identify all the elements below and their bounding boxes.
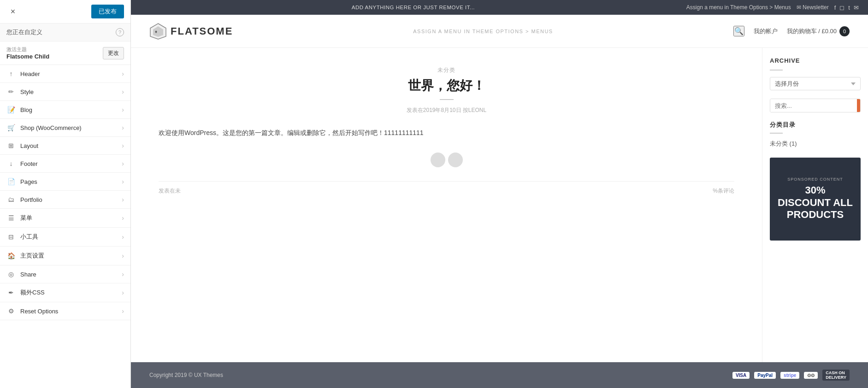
sidebar-item-homepage[interactable]: 🏠 主页设置 › [0, 247, 130, 265]
sidebar-item-extra-css[interactable]: ✒ 额外CSS › [0, 283, 130, 302]
cash-on-delivery-icon: CASH ONDELIVERY [822, 370, 850, 381]
ad-title: 30% DISCOUNT ALL PRODUCTS [777, 184, 853, 221]
customizer-sidebar: × 已发布 您正在自定义 ? 激活主题 Flatsome Child 更改 ↑ … [0, 0, 131, 388]
post-in-label: 发表在未 [159, 187, 181, 195]
sidebar-item-label-footer: Footer [20, 160, 122, 167]
chevron-icon-extra-css: › [122, 289, 124, 296]
help-icon[interactable]: ? [116, 28, 124, 36]
theme-section: 激活主题 Flatsome Child 更改 [0, 41, 130, 65]
update-theme-button[interactable]: 更改 [103, 47, 124, 59]
chevron-icon-share: › [122, 270, 124, 278]
account-link[interactable]: 我的帐户 [754, 27, 778, 35]
blog-icon: 📝 [6, 106, 16, 113]
chevron-icon-menus: › [122, 214, 124, 222]
site-header: ♦ FLATSOME ASSIGN A MENU IN THEME OPTION… [131, 15, 868, 48]
cart-label: 我的购物车 / £0.00 [787, 27, 837, 35]
sidebar-item-blog[interactable]: 📝 Blog › [0, 101, 130, 119]
post-comments[interactable]: %条评论 [713, 187, 734, 195]
footer-payment-icons: VISA PayPal stripe ⊙⊙ CASH ONDELIVERY [732, 370, 850, 381]
email-icon[interactable]: ✉ [854, 4, 859, 11]
chevron-icon-blog: › [122, 106, 124, 113]
post-content: 欢迎使用WordPress。这是您的第一篇文章。编辑或删除它，然后开始写作吧！1… [159, 127, 734, 139]
search-button[interactable]: 🔍 [733, 26, 744, 36]
stripe-icon: stripe [780, 372, 799, 379]
widgets-icon: ⊟ [6, 233, 16, 241]
close-button[interactable]: × [6, 5, 19, 18]
facebook-icon[interactable]: f [834, 4, 836, 11]
footer-icon: ↓ [6, 160, 16, 167]
sidebar-item-label-blog: Blog [20, 106, 122, 113]
logo-icon: ♦ [149, 23, 167, 40]
right-sidebar: ARCHIVE 选择月份 🔍 分类目录 未分类 (1) SPONSORED CO… [762, 48, 868, 362]
pages-icon: 📄 [6, 178, 16, 185]
sidebar-menu: ↑ Header › ✏ Style › 📝 Blog › 🛒 Shop (Wo… [0, 65, 130, 388]
style-icon: ✏ [6, 88, 16, 95]
theme-name: Flatsome Child [6, 53, 49, 60]
portfolio-icon: 🗂 [6, 196, 16, 203]
sidebar-item-label-shop: Shop (WooCommerce) [20, 124, 122, 131]
sidebar-item-label-widgets: 小工具 [20, 233, 122, 241]
search-submit-button[interactable]: 🔍 [857, 99, 861, 112]
category-item[interactable]: 未分类 (1) [770, 138, 861, 149]
cart-button[interactable]: 我的购物车 / £0.00 0 [787, 26, 850, 36]
site-nav[interactable]: ASSIGN A MENU IN THEME OPTIONS > MENUS [413, 29, 553, 34]
sidebar-item-label-reset-options: Reset Options [20, 308, 122, 315]
sidebar-item-layout[interactable]: ⊞ Layout › [0, 137, 130, 155]
archive-widget-title: ARCHIVE [770, 57, 861, 64]
sidebar-item-pages[interactable]: 📄 Pages › [0, 173, 130, 191]
site-logo: ♦ FLATSOME [149, 23, 233, 40]
post-share-icons [159, 153, 734, 167]
sidebar-item-widgets[interactable]: ⊟ 小工具 › [0, 228, 130, 247]
layout-icon: ⊞ [6, 142, 16, 149]
chevron-icon-style: › [122, 88, 124, 95]
sidebar-item-label-layout: Layout [20, 142, 122, 149]
chevron-icon-layout: › [122, 142, 124, 149]
share-icon-2[interactable] [448, 153, 463, 167]
customizing-bar: 您正在自定义 ? [0, 24, 130, 41]
paypal-icon: PayPal [754, 372, 776, 379]
post-title: 世界，您好！ [159, 77, 734, 94]
topbar-menu-link[interactable]: Assign a menu in Theme Options > Menus [686, 4, 791, 11]
archive-select[interactable]: 选择月份 [770, 77, 861, 90]
sidebar-item-label-pages: Pages [20, 178, 122, 185]
post-divider [440, 99, 454, 100]
page-content: 未分类 世界，您好！ 发表在2019年8月10日 按LEONL 欢迎使用Word… [131, 48, 868, 362]
chevron-icon-footer: › [122, 160, 124, 167]
search-input[interactable] [770, 99, 857, 112]
twitter-icon[interactable]: t [848, 4, 850, 11]
post-footer-meta: 发表在未 %条评论 [159, 181, 734, 195]
sidebar-item-label-style: Style [20, 88, 122, 95]
chevron-icon-reset-options: › [122, 307, 124, 315]
shop-icon: 🛒 [6, 124, 16, 131]
topbar-newsletter[interactable]: ✉ Newsletter [797, 4, 829, 11]
categories-divider [770, 133, 783, 134]
theme-label: 激活主题 [6, 46, 49, 53]
archive-title-divider [770, 70, 783, 71]
sidebar-item-shop[interactable]: 🛒 Shop (WooCommerce) › [0, 119, 130, 137]
site-footer: Copyright 2019 © UX Themes VISA PayPal s… [131, 362, 868, 388]
topbar: ADD ANYTHING HERE OR JUST REMOVE IT... A… [131, 0, 868, 15]
sidebar-item-share[interactable]: ◎ Share › [0, 265, 130, 283]
customizing-label: 您正在自定义 [6, 28, 42, 36]
sidebar-item-menus[interactable]: ☰ 菜单 › [0, 209, 130, 228]
sidebar-item-header[interactable]: ↑ Header › [0, 65, 130, 83]
sidebar-item-footer[interactable]: ↓ Footer › [0, 155, 130, 173]
publish-button[interactable]: 已发布 [91, 5, 124, 18]
footer-copyright: Copyright 2019 © UX Themes [149, 372, 223, 378]
sidebar-item-style[interactable]: ✏ Style › [0, 83, 130, 101]
header-icon: ↑ [6, 70, 16, 77]
sidebar-item-label-menus: 菜单 [20, 214, 122, 222]
topbar-right: Assign a menu in Theme Options > Menus ✉… [686, 4, 859, 11]
chevron-icon-homepage: › [122, 252, 124, 259]
sidebar-item-label-portfolio: Portfolio [20, 196, 122, 203]
theme-info: 激活主题 Flatsome Child [6, 46, 49, 60]
sidebar-item-reset-options[interactable]: ⚙ Reset Options › [0, 302, 130, 320]
main-area: ADD ANYTHING HERE OR JUST REMOVE IT... A… [131, 0, 868, 388]
article-area: 未分类 世界，您好！ 发表在2019年8月10日 按LEONL 欢迎使用Word… [131, 48, 762, 362]
chevron-icon-portfolio: › [122, 196, 124, 203]
share-icon-1[interactable] [431, 153, 445, 167]
sidebar-item-portfolio[interactable]: 🗂 Portfolio › [0, 191, 130, 209]
instagram-icon[interactable]: ◻ [839, 4, 844, 11]
sidebar-item-label-extra-css: 额外CSS [20, 288, 122, 297]
sidebar-item-label-share: Share [20, 271, 122, 278]
